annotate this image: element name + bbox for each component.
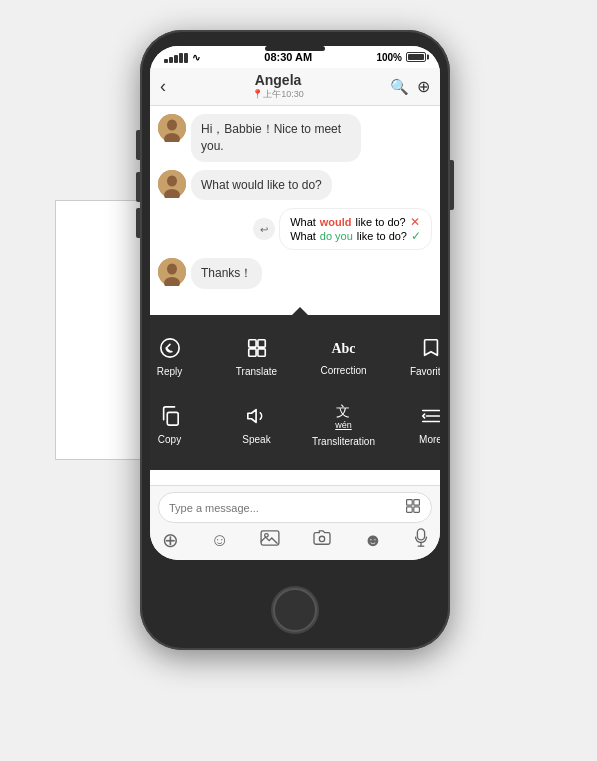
ctx-speak[interactable]: Speak bbox=[215, 392, 298, 458]
status-time: 08:30 AM bbox=[264, 51, 312, 63]
phone-notch bbox=[265, 46, 325, 51]
avatar-1 bbox=[158, 114, 186, 142]
svg-point-7 bbox=[167, 264, 177, 275]
translate-icon bbox=[246, 337, 268, 362]
svg-rect-14 bbox=[167, 412, 178, 425]
svg-rect-12 bbox=[248, 349, 255, 356]
correction-bubble: What would like to do? ✕ What do you lik… bbox=[279, 208, 432, 250]
status-right: 100% bbox=[376, 52, 426, 63]
speak-icon bbox=[246, 405, 268, 430]
message-bubble-2: What would like to do? bbox=[191, 170, 332, 201]
check-mark: ✓ bbox=[411, 229, 421, 243]
correction-icon: ↩ bbox=[253, 218, 275, 240]
favorites-label: Favorites bbox=[410, 366, 440, 378]
nav-center: Angela 📍上午10:30 bbox=[252, 72, 304, 101]
svg-rect-19 bbox=[407, 500, 413, 506]
message-text-2: What would like to do? bbox=[201, 178, 322, 192]
signal-bar-3 bbox=[174, 55, 178, 63]
ctx-more[interactable]: More bbox=[389, 392, 440, 458]
nav-icons: 🔍 ⊕ bbox=[390, 77, 430, 96]
battery-fill bbox=[408, 54, 424, 60]
chat-subtitle: 📍上午10:30 bbox=[252, 88, 304, 101]
context-menu: Reply Translate Abc Corr bbox=[150, 315, 440, 470]
correction-menu-icon: Abc bbox=[331, 338, 355, 360]
battery-percent: 100% bbox=[376, 52, 402, 63]
search-icon[interactable]: 🔍 bbox=[390, 78, 409, 96]
message-bubble-1: Hi，Babbie！Nice to meet you. bbox=[191, 114, 361, 162]
menu-arrow bbox=[292, 307, 308, 315]
x-mark: ✕ bbox=[410, 215, 420, 229]
speak-label: Speak bbox=[242, 434, 270, 446]
avatar-2 bbox=[158, 170, 186, 198]
ctx-copy[interactable]: Copy bbox=[150, 392, 211, 458]
input-bar: ⊕ ☺ ☻ bbox=[150, 485, 440, 560]
sticker-icon[interactable]: ☻ bbox=[364, 530, 383, 551]
svg-rect-20 bbox=[414, 500, 420, 506]
copy-icon bbox=[160, 405, 180, 430]
back-button[interactable]: ‹ bbox=[160, 76, 166, 97]
transliteration-icon: 文 wén bbox=[335, 402, 352, 432]
message-input[interactable] bbox=[169, 502, 399, 514]
ctx-correction[interactable]: Abc Correction bbox=[302, 327, 385, 388]
message-bubble-4: Thanks！ bbox=[191, 258, 262, 289]
home-button[interactable] bbox=[273, 588, 317, 632]
message-row-1: Hi，Babbie！Nice to meet you. bbox=[158, 114, 432, 162]
signal-bar-1 bbox=[164, 59, 168, 63]
signal-bar-5 bbox=[184, 53, 188, 63]
more-icon bbox=[420, 405, 441, 430]
svg-point-25 bbox=[319, 536, 324, 541]
battery-icon bbox=[406, 52, 426, 62]
signal-bar-4 bbox=[179, 53, 183, 63]
ctx-transliteration[interactable]: 文 wén Transliteration bbox=[302, 392, 385, 458]
svg-point-9 bbox=[160, 339, 178, 357]
ctx-favorites[interactable]: Favorites bbox=[389, 327, 440, 388]
message-row-2: What would like to do? bbox=[158, 170, 432, 201]
image-icon[interactable] bbox=[260, 530, 280, 550]
favorites-icon bbox=[421, 337, 441, 362]
svg-rect-13 bbox=[257, 349, 264, 356]
phone-frame: ∿ 08:30 AM 100% ‹ Angela 📍上午10:30 bbox=[140, 30, 450, 650]
input-row bbox=[158, 492, 432, 523]
message-text-1: Hi，Babbie！Nice to meet you. bbox=[201, 122, 341, 153]
settings-icon[interactable]: ⊕ bbox=[417, 77, 430, 96]
scene: ∿ 08:30 AM 100% ‹ Angela 📍上午10:30 bbox=[0, 0, 597, 761]
message-text-4: Thanks！ bbox=[201, 266, 252, 280]
svg-rect-21 bbox=[407, 507, 413, 513]
correct-word: do you bbox=[320, 230, 353, 242]
copy-label: Copy bbox=[158, 434, 181, 446]
signal-bars: ∿ bbox=[164, 52, 200, 63]
emoji-icon[interactable]: ☺ bbox=[211, 530, 229, 551]
transliteration-label: Transliteration bbox=[312, 436, 375, 448]
avatar-4 bbox=[158, 258, 186, 286]
svg-marker-15 bbox=[247, 409, 255, 422]
svg-rect-11 bbox=[257, 340, 264, 347]
add-icon[interactable]: ⊕ bbox=[162, 528, 179, 552]
chat-title: Angela bbox=[252, 72, 304, 88]
svg-point-1 bbox=[167, 120, 177, 131]
camera-icon[interactable] bbox=[312, 530, 332, 550]
translate-toggle-icon[interactable] bbox=[405, 498, 421, 517]
ctx-reply[interactable]: Reply bbox=[150, 327, 211, 388]
correction-correct: What do you like to do? ✓ bbox=[290, 229, 421, 243]
wrong-word: would bbox=[320, 216, 352, 228]
svg-rect-22 bbox=[414, 507, 420, 513]
mic-icon[interactable] bbox=[414, 528, 428, 552]
message-row-4: Thanks！ bbox=[158, 258, 432, 289]
reply-icon bbox=[159, 337, 181, 362]
location-icon: 📍 bbox=[252, 89, 263, 99]
ctx-translate[interactable]: Translate bbox=[215, 327, 298, 388]
correction-container: ↩ What would like to do? ✕ What do you bbox=[253, 208, 432, 250]
svg-point-4 bbox=[167, 175, 177, 186]
svg-rect-26 bbox=[417, 529, 424, 540]
phone-screen: ∿ 08:30 AM 100% ‹ Angela 📍上午10:30 bbox=[150, 46, 440, 560]
translate-label: Translate bbox=[236, 366, 277, 378]
reply-label: Reply bbox=[157, 366, 183, 378]
signal-bar-2 bbox=[169, 57, 173, 63]
bottom-icons: ⊕ ☺ ☻ bbox=[158, 523, 432, 554]
svg-rect-10 bbox=[248, 340, 255, 347]
nav-bar: ‹ Angela 📍上午10:30 🔍 ⊕ bbox=[150, 68, 440, 106]
wifi-icon: ∿ bbox=[192, 52, 200, 63]
message-row-3: ↩ What would like to do? ✕ What do you bbox=[158, 208, 432, 250]
more-label: More bbox=[419, 434, 440, 446]
correction-wrong: What would like to do? ✕ bbox=[290, 215, 421, 229]
